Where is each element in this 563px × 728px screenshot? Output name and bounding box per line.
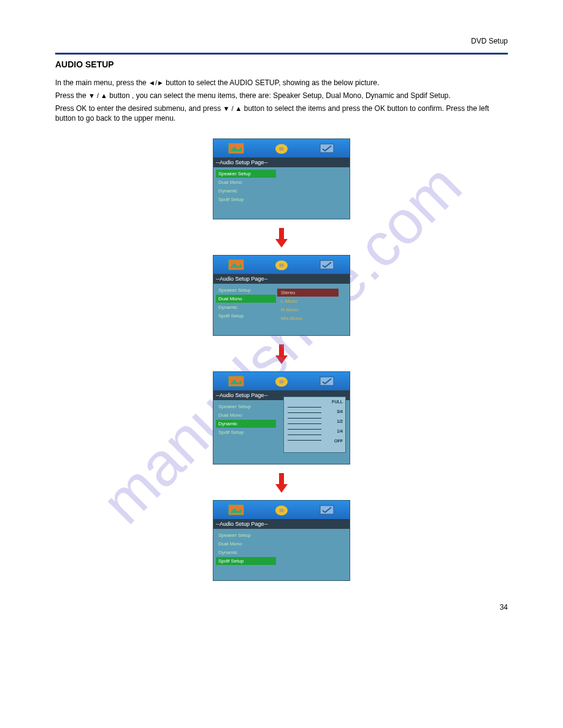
osd-body: Speaker Setup Dual Mono Dynamic Spdif Se… [213, 284, 350, 323]
check-icon [319, 376, 335, 387]
osd-item-dualmono: Dual Mono [216, 178, 276, 186]
osd-item-speaker: Speaker Setup [216, 403, 276, 411]
osd-item-speaker: Speaker Setup [216, 170, 276, 178]
dyn-12: 1/2 [332, 419, 343, 423]
page-header: DVD Setup [55, 37, 508, 45]
osd-body: Speaker Setup Dual Mono Dynamic Spdif Se… [213, 529, 350, 568]
osd-item-dualmono: Dual Mono [216, 540, 276, 548]
osd-item-dualmono: Dual Mono [216, 295, 276, 303]
svg-rect-11 [320, 260, 334, 269]
osd-sub-mixmono: Mix-Mono [277, 314, 339, 322]
p1-text-b: button to select the AUDIO SETUP, showin… [164, 78, 379, 87]
osd-sub-lmono: L-Mono [277, 297, 339, 305]
osd-item-dynamic: Dynamic [216, 187, 276, 195]
check-icon [319, 143, 335, 154]
osd-item-dualmono: Dual Mono [216, 411, 276, 419]
p1-text-a: In the main menu, press the [55, 78, 148, 87]
osd-item-dynamic: Dynamic [216, 303, 276, 311]
up-down-glyph: ▼ / ▲ [88, 92, 107, 99]
svg-point-17 [279, 380, 284, 384]
dynamic-scale-panel: FULL 3/4 1/2 1/4 OFF [283, 396, 346, 453]
p3-text-a: Press OK to enter the desired submenu, a… [55, 104, 223, 113]
check-icon [319, 259, 335, 270]
dyn-off: OFF [332, 439, 343, 443]
dyn-full: FULL [332, 400, 343, 404]
osd-tab-bar [213, 139, 350, 157]
osd-panel-speaker: --Audio Setup Page-- Speaker Setup Dual … [213, 138, 350, 219]
p2-text-b: button , you can select the menu items, … [107, 91, 451, 100]
speaker-icon [274, 374, 289, 388]
osd-item-spdif: Spdif Setup [216, 312, 276, 320]
osd-tab-bar [213, 501, 350, 519]
page-number: 34 [55, 603, 508, 612]
photo-icon [228, 143, 244, 154]
p2-text-a: Press the [55, 91, 88, 100]
arrow-down-icon [274, 227, 289, 249]
osd-panel-spdif: --Audio Setup Page-- Speaker Setup Dual … [213, 500, 350, 581]
svg-rect-18 [320, 377, 334, 385]
osd-sublist: Stereo L-Mono R-Mono Mix-Mono [277, 289, 339, 323]
speaker-icon [274, 258, 289, 271]
svg-rect-25 [320, 506, 334, 514]
osd-panel-dualmono: --Audio Setup Page-- Speaker Setup Dual … [213, 255, 350, 336]
svg-rect-5 [279, 228, 284, 239]
osd-title: --Audio Setup Page-- [213, 157, 350, 167]
osd-sub-stereo: Stereo [277, 289, 339, 297]
arrow-down-icon [274, 343, 289, 365]
osd-tab-bar [213, 372, 350, 390]
osd-item-speaker: Speaker Setup [216, 286, 276, 294]
paragraph-3: Press OK to enter the desired submenu, a… [55, 104, 508, 124]
osd-panel-dynamic: --Audio Setup Page-- Speaker Setup Dual … [213, 371, 350, 464]
svg-rect-4 [320, 144, 334, 153]
svg-marker-20 [275, 484, 288, 493]
osd-title: --Audio Setup Page-- [213, 274, 350, 284]
paragraph-2: Press the ▼ / ▲ button , you can select … [55, 91, 508, 101]
osd-item-speaker: Speaker Setup [216, 531, 276, 539]
osd-item-spdif: Spdif Setup [216, 557, 276, 565]
svg-marker-13 [275, 355, 288, 364]
photo-icon [228, 259, 244, 270]
svg-marker-6 [275, 239, 288, 248]
svg-point-24 [279, 509, 284, 512]
svg-point-3 [279, 147, 284, 151]
dyn-34: 3/4 [332, 409, 343, 414]
osd-sub-rmono: R-Mono [277, 306, 339, 314]
arrow-down-icon [274, 472, 289, 494]
header-divider [55, 53, 508, 55]
check-icon [319, 504, 335, 515]
osd-item-dynamic: Dynamic [216, 420, 276, 428]
dyn-14: 1/4 [332, 429, 343, 433]
photo-icon [228, 504, 244, 515]
photo-icon [228, 376, 244, 387]
osd-item-spdif: Spdif Setup [216, 428, 276, 436]
osd-title: --Audio Setup Page-- [213, 519, 350, 529]
paragraph-1: In the main menu, press the ◄/► button t… [55, 78, 508, 88]
osd-body: Speaker Setup Dual Mono Dynamic Spdif Se… [213, 167, 350, 207]
osd-tab-bar [213, 256, 350, 274]
speaker-icon [274, 142, 289, 155]
osd-item-spdif: Spdif Setup [216, 195, 276, 203]
up-down-glyph-2: ▼ / ▲ [223, 105, 242, 112]
speaker-icon [274, 503, 289, 517]
svg-point-10 [279, 264, 284, 267]
osd-screenshots-stack: --Audio Setup Page-- Speaker Setup Dual … [55, 138, 508, 585]
svg-rect-12 [279, 344, 284, 355]
svg-rect-19 [279, 473, 284, 484]
left-right-glyph: ◄/► [148, 79, 164, 86]
section-heading: AUDIO SETUP [55, 59, 508, 69]
osd-item-dynamic: Dynamic [216, 548, 276, 556]
